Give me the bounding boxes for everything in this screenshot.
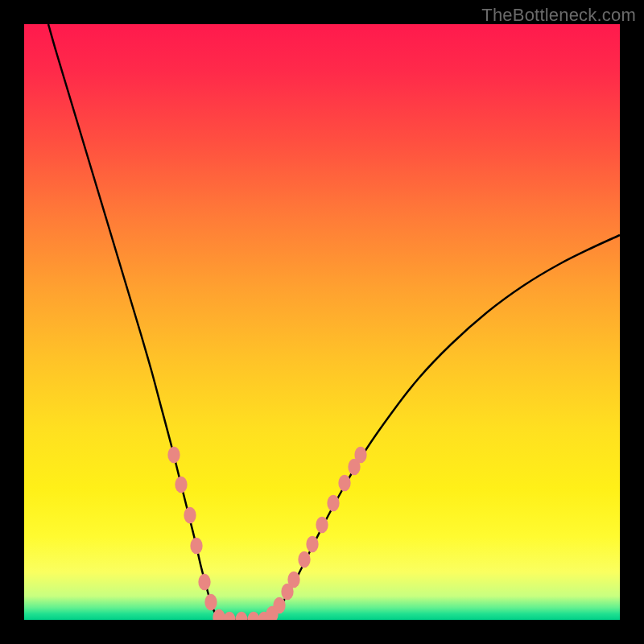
marker-dot: [338, 475, 350, 492]
curve-group: [48, 24, 620, 620]
right-curve: [266, 235, 620, 620]
left-curve: [48, 24, 224, 620]
chart-svg: [24, 24, 620, 620]
marker-dot: [175, 477, 187, 493]
marker-dot: [327, 495, 339, 512]
marker-dot: [298, 551, 310, 568]
marker-dot: [204, 594, 217, 611]
marker-dot: [247, 612, 259, 620]
marker-dot: [235, 612, 247, 620]
chart-container: TheBottleneck.com: [0, 0, 644, 644]
marker-dot: [184, 507, 196, 524]
marker-dot: [354, 447, 366, 464]
marker-dot: [287, 572, 299, 588]
marker-dot: [198, 574, 210, 591]
watermark-text: TheBottleneck.com: [481, 5, 636, 26]
marker-dot: [273, 597, 285, 614]
markers-group: [167, 447, 366, 620]
marker-dot: [167, 447, 180, 464]
marker-dot: [190, 538, 202, 555]
marker-dot: [306, 536, 318, 553]
marker-dot: [316, 517, 328, 534]
marker-dot: [223, 612, 235, 620]
plot-area: [24, 24, 620, 620]
